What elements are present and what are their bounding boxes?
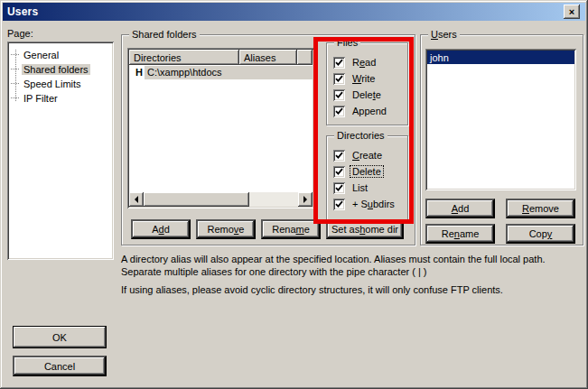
checkbox-box[interactable] — [333, 182, 345, 194]
page-item-ip-filter[interactable]: IP Filter — [11, 91, 60, 105]
ok-button[interactable]: OK — [13, 326, 107, 348]
page-item-shared-folders[interactable]: Shared folders — [11, 62, 90, 76]
check-icon — [335, 200, 343, 208]
write-checkbox[interactable]: Write — [333, 72, 377, 85]
remove-user-button[interactable]: Remove — [506, 199, 575, 218]
check-icon — [335, 75, 343, 83]
checkbox-label: List — [350, 182, 369, 193]
alias-note: A directory alias will also appear at th… — [121, 253, 582, 278]
close-icon: × — [569, 6, 574, 17]
append-checkbox[interactable]: Append — [333, 105, 388, 117]
checkbox-box[interactable] — [333, 73, 345, 85]
triangle-left-icon — [135, 196, 138, 203]
checkbox-box[interactable] — [333, 166, 345, 178]
set-as-home-dir-button[interactable]: Set as home dir — [326, 219, 404, 239]
check-icon — [335, 107, 343, 116]
cancel-button[interactable]: Cancel — [13, 356, 107, 376]
checkbox-label: Append — [350, 106, 388, 116]
table-row[interactable]: H C:\xampp\htdocs — [129, 65, 313, 79]
users-group-label: Users — [428, 29, 460, 40]
rename-user-button[interactable]: Rename — [425, 224, 495, 244]
home-directory-marker: H — [129, 67, 145, 78]
checkbox-label: Delete — [350, 166, 383, 177]
column-header-filler — [297, 50, 313, 65]
column-header-aliases[interactable]: Aliases — [239, 50, 297, 65]
scrollbar-thumb[interactable] — [144, 192, 249, 207]
user-item-john[interactable]: john — [427, 51, 574, 64]
title-bar[interactable]: Users — [3, 3, 585, 21]
list-checkbox[interactable]: List — [333, 181, 369, 194]
table-header: Directories Aliases — [129, 50, 313, 65]
users-dialog: Users × Page: General Shared folders Spe… — [0, 0, 588, 389]
users-list[interactable]: john — [425, 49, 576, 190]
scroll-left-button[interactable] — [129, 192, 144, 207]
read-checkbox[interactable]: Read — [333, 56, 378, 69]
checkbox-label: Read — [350, 57, 378, 68]
checkbox-label: Create — [350, 150, 384, 161]
files-permissions-group: Files Read Write Delete Append — [326, 42, 408, 125]
delete-files-checkbox[interactable]: Delete — [333, 88, 383, 101]
tree-branch-icon — [11, 83, 19, 84]
triangle-right-icon — [303, 196, 307, 203]
remove-directory-button[interactable]: Remove — [196, 219, 256, 239]
check-icon — [335, 91, 343, 99]
copy-user-button[interactable]: Copy — [506, 224, 575, 244]
close-button[interactable]: × — [564, 5, 580, 19]
checkbox-box[interactable] — [333, 106, 345, 117]
checkbox-box[interactable] — [333, 57, 345, 69]
directories-permissions-group: Directories Create Delete List + Subdirs — [326, 135, 408, 220]
checkbox-box[interactable] — [333, 199, 345, 210]
directories-group-label: Directories — [334, 130, 387, 141]
tree-branch-icon — [11, 69, 19, 69]
directory-cell: C:\xampp\htdocs — [145, 66, 313, 79]
files-group-label: Files — [334, 37, 360, 48]
window-title: Users — [7, 5, 38, 18]
subdirs-checkbox[interactable]: + Subdirs — [333, 198, 397, 210]
delete-directories-checkbox[interactable]: Delete — [333, 165, 383, 178]
horizontal-scrollbar[interactable] — [129, 192, 313, 207]
add-directory-button[interactable]: Add — [131, 219, 191, 239]
column-header-directories[interactable]: Directories — [129, 50, 239, 65]
check-icon — [335, 184, 343, 192]
tree-branch-icon — [11, 97, 19, 98]
cyclic-note: If using aliases, please avoid cyclic di… — [121, 283, 582, 296]
scroll-right-button[interactable] — [298, 192, 313, 207]
checkbox-label: Delete — [350, 89, 383, 100]
directories-table[interactable]: Directories Aliases H C:\xampp\htdocs — [127, 48, 314, 208]
checkbox-box[interactable] — [333, 89, 345, 101]
check-icon — [335, 168, 343, 176]
checkbox-label: Write — [350, 73, 377, 84]
page-item-speed-limits[interactable]: Speed Limits — [11, 77, 83, 90]
scrollbar-track[interactable] — [249, 192, 298, 207]
page-label: Page: — [7, 28, 33, 39]
checkbox-label: + Subdirs — [350, 199, 397, 209]
add-user-button[interactable]: Add — [425, 199, 495, 218]
check-icon — [335, 59, 343, 67]
check-icon — [335, 152, 343, 160]
checkbox-box[interactable] — [333, 150, 345, 162]
shared-folders-group-label: Shared folders — [129, 29, 200, 40]
page-list[interactable]: General Shared folders Speed Limits IP F… — [7, 42, 114, 260]
page-item-general[interactable]: General — [11, 48, 61, 61]
tree-branch-icon — [11, 54, 19, 55]
rename-directory-button[interactable]: Rename — [261, 219, 321, 239]
create-checkbox[interactable]: Create — [333, 149, 384, 162]
